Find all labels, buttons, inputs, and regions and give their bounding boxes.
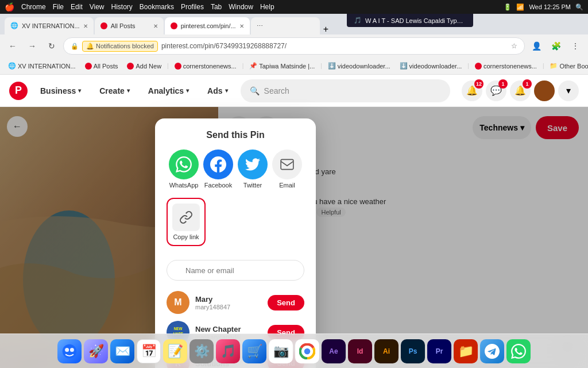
contact-mary-send-button[interactable]: Send (268, 295, 304, 310)
dock-finder[interactable] (57, 339, 82, 363)
tab-2[interactable]: All Posts ✕ (95, 17, 164, 34)
tab-active[interactable]: pinterest.com/pin/... ✕ (165, 17, 250, 34)
bookmark-1[interactable]: 🌐 XV INTERNATION... (5, 61, 79, 71)
apple-icon[interactable]: 🍎 (5, 2, 14, 12)
menu-bookmarks[interactable]: Bookmarks (140, 3, 174, 11)
tab-1[interactable]: 🌐 XV INTERNATION... ✕ (5, 17, 94, 34)
reload-button[interactable]: ↻ (44, 38, 60, 54)
contact-mary-name[interactable]: Mary (195, 295, 262, 304)
copy-link-button[interactable]: Copy link (167, 198, 206, 246)
clock: Wed 12:25 PM (529, 3, 571, 10)
bookmark-2[interactable]: All Posts (82, 62, 122, 71)
dock-launchpad[interactable]: 🚀 (84, 339, 108, 363)
dock-whatsapp[interactable] (506, 339, 531, 363)
dock-illustrator[interactable]: Ai (374, 339, 399, 363)
tab-2-favicon (100, 22, 107, 29)
menu-history[interactable]: History (111, 3, 133, 11)
dock-photoshop[interactable]: Ps (401, 339, 425, 363)
share-twitter[interactable]: Twitter (238, 150, 268, 189)
tab-more-icon: ⋯ (257, 22, 263, 30)
dock-notes[interactable]: 📝 (163, 339, 187, 363)
nav-ads[interactable]: Ads ▾ (202, 83, 233, 99)
menu-tab[interactable]: Tab (211, 3, 222, 11)
dock-photos[interactable]: 📷 (269, 339, 293, 363)
search-icon[interactable]: 🔍 (575, 3, 583, 11)
dock-calendar[interactable]: 📅 (137, 339, 161, 363)
bookmark-1-label: XV INTERNATION... (18, 63, 76, 70)
extensions-button[interactable]: 🧩 (548, 38, 564, 54)
pinterest-page: P Business ▾ Create ▾ Analytics ▾ Ads ▾ … (0, 75, 588, 368)
tab-more[interactable]: ⋯ (251, 17, 320, 34)
user-avatar[interactable] (534, 80, 555, 101)
notifications-blocked[interactable]: 🔔 Notifications blocked (82, 41, 158, 52)
pinterest-nav: P Business ▾ Create ▾ Analytics ▾ Ads ▾ … (0, 75, 588, 107)
business-chevron-icon: ▾ (78, 87, 81, 94)
bookmark-3[interactable]: Add New (123, 62, 165, 71)
url-bar[interactable]: 🔒 🔔 Notifications blocked pinterest.com/… (63, 37, 525, 55)
bookmark-6[interactable]: ⬇️ videodownloader... (324, 61, 394, 71)
nav-business[interactable]: Business ▾ (34, 83, 87, 99)
modal-title: Send this Pin (167, 130, 304, 140)
bookmark-8[interactable]: cornerstonenews... (471, 62, 540, 71)
contact-newchapter-name[interactable]: New Chapter (195, 325, 262, 334)
new-tab-button[interactable]: + (323, 24, 328, 34)
bookmark-5[interactable]: 📌 Tapiwa Matsinde |... (246, 61, 318, 71)
dock-chrome[interactable] (295, 339, 319, 363)
share-whatsapp[interactable]: WhatsApp (169, 150, 199, 189)
notification-bell-button[interactable]: 🔔 12 (462, 80, 482, 101)
bell-icon: 🔔 (86, 43, 94, 50)
bookmark-star-button[interactable]: ☆ (511, 42, 517, 50)
dock-indesign[interactable]: Id (348, 339, 372, 363)
more-options-button[interactable]: ▾ (558, 80, 579, 101)
tab-active-label: pinterest.com/pin/... (181, 22, 236, 29)
dock-settings[interactable]: ⚙️ (189, 339, 214, 363)
name-email-input[interactable] (167, 260, 304, 281)
notification-msg-button[interactable]: 💬 1 (486, 80, 506, 101)
nav-analytics[interactable]: Analytics ▾ (142, 83, 195, 99)
share-email[interactable]: Email (272, 150, 302, 189)
dock-appstore[interactable]: 🛒 (242, 339, 266, 363)
dock-music[interactable]: 🎵 (216, 339, 240, 363)
profile-button[interactable]: 👤 (528, 38, 544, 54)
bookmark-other[interactable]: 📁 Other Bookmarks (546, 61, 588, 71)
notifications-blocked-text: Notifications blocked (96, 43, 154, 49)
menu-window[interactable]: Window (229, 3, 253, 11)
bookmark-7[interactable]: ⬇️ videodownloader... (396, 61, 466, 71)
other-badge: 1 (523, 79, 532, 89)
tab-2-close[interactable]: ✕ (153, 23, 158, 29)
search-bar[interactable]: 🔍 Search (241, 79, 450, 102)
menu-profiles[interactable]: Profiles (181, 3, 204, 11)
main-content: ← (0, 107, 588, 368)
menu-chrome[interactable]: Chrome (21, 3, 46, 11)
music-player-tab[interactable]: 🎵 W A I T - SAD Lewis Capaldi Type Piano… (347, 14, 473, 27)
share-facebook[interactable]: Facebook (203, 150, 233, 189)
dock-telegram[interactable] (480, 339, 504, 363)
menu-edit[interactable]: Edit (71, 3, 83, 11)
whatsapp-icon (169, 150, 199, 179)
bookmark-4[interactable]: cornerstonenews... (171, 62, 240, 71)
back-button[interactable]: ← (5, 38, 21, 54)
menu-button[interactable]: ⋮ (567, 38, 583, 54)
dock-aftereffects[interactable]: Ae (322, 339, 346, 363)
tab-1-close[interactable]: ✕ (83, 23, 88, 29)
pinterest-logo[interactable]: P (9, 82, 28, 100)
menu-help[interactable]: Help (260, 3, 274, 11)
nav-create[interactable]: Create ▾ (94, 83, 136, 99)
dock: 🚀 ✉️ 📅 📝 ⚙️ 🎵 🛒 📷 Ae Id Ai Ps Pr 📁 (0, 334, 588, 368)
bookmark-other-favicon: 📁 (550, 62, 558, 70)
forward-button[interactable]: → (24, 38, 40, 54)
menu-view[interactable]: View (90, 3, 105, 11)
bookmark-5-label: Tapiwa Matsinde |... (259, 63, 315, 70)
menu-file[interactable]: File (53, 3, 64, 11)
notification-other-button[interactable]: 🔔 1 (510, 80, 531, 101)
bookmark-7-favicon: ⬇️ (400, 62, 408, 70)
tab-active-close[interactable]: ✕ (239, 23, 244, 29)
facebook-label: Facebook (204, 182, 232, 189)
lock-icon: 🔒 (71, 43, 79, 50)
analytics-label: Analytics (148, 86, 184, 95)
facebook-icon (203, 150, 233, 179)
copy-link-icon (172, 204, 200, 231)
dock-mail[interactable]: ✉️ (110, 339, 134, 363)
dock-premiere[interactable]: Pr (427, 339, 451, 363)
dock-filezilla[interactable]: 📁 (454, 339, 478, 363)
